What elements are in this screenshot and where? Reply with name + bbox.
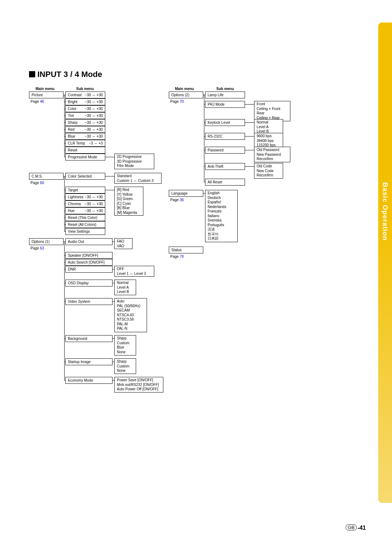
main-options1: Options (1): [29, 238, 64, 245]
sub-autosearch: Auto Search [ON/OFF]: [65, 259, 113, 266]
page-link-63[interactable]: 63: [40, 246, 44, 250]
video-opts: AutoPAL (50/60Hz)SECAM NTSC4.43NTSC3.58P…: [114, 298, 147, 332]
page-ref-options1: Page 63: [30, 246, 44, 251]
header-main-left: Main menu: [36, 86, 54, 91]
page-link-70[interactable]: 70: [180, 99, 184, 103]
sub-color: Color −30 ↔ +30: [65, 105, 105, 112]
side-tab-label: Basic Operation: [381, 182, 389, 241]
sub-chroma: Chroma −30 ↔ +30: [65, 200, 105, 207]
header-sub-left: Sub menu: [76, 86, 94, 91]
keylock-opts: NormalLevel ALevel B: [254, 119, 283, 135]
header-sub-right: Sub menu: [216, 86, 234, 91]
sub-rs232: RS-232C: [205, 133, 245, 140]
osd-opts: NormalLevel ALevel B: [114, 280, 136, 295]
heading-text: INPUT 3 / 4 Mode: [37, 70, 102, 79]
progressive-opts: 2D Progressive3D ProgressiveFilm Mode: [114, 154, 154, 169]
main-language: Language: [169, 190, 203, 197]
color-selected-opts: StandardCustom 1 ↔ Custom 3: [114, 173, 162, 184]
page-ref-picture: Page 46: [30, 99, 44, 104]
sub-background: Background: [65, 335, 113, 342]
sub-blue: Blue −30 ↔ +30: [65, 133, 105, 140]
economy-opts: Power Save [ON/OFF]Mntr.out/RS232 [ON/OF…: [114, 377, 163, 393]
page-link-60[interactable]: 60: [40, 181, 44, 185]
rs232-opts: 9600 bps38400 bps115200 bps: [254, 133, 283, 149]
sub-progressive: Progressive Mode: [65, 154, 105, 160]
main-picture: Picture: [29, 92, 64, 98]
sub-reset-all: Reset (All Colors): [65, 221, 105, 228]
bg-opts: SharpCustomBlueNone: [114, 335, 136, 355]
page-ref-status: Page 78: [170, 254, 184, 259]
target-opts: [R] Red[Y] Yellow[G] Green [C] Cyan[B] B…: [114, 187, 143, 216]
page-number: -41: [358, 525, 366, 531]
sub-view: View Settings: [65, 228, 105, 235]
page-ref-options2: Page 70: [170, 99, 184, 104]
antitheft-opts: Old CodeNew CodeReconfirm: [254, 163, 283, 179]
password-opts: Old PasswordNew PasswordReconfirm: [254, 147, 290, 162]
sub-color-selected: Color Selected: [65, 173, 105, 180]
prj-opts: FrontCeiling + FrontRearCeiling + Rear: [254, 101, 290, 121]
sub-password: Password: [205, 147, 245, 154]
sub-lamp: Lamp Life: [205, 92, 245, 98]
sub-contrast: Contrast −30 ↔ +30: [65, 92, 105, 98]
sub-clrtemp: CLR Temp −3 ↔ +3: [65, 140, 105, 147]
sub-videosystem: Video System: [65, 298, 113, 305]
region-badge: GB: [346, 524, 357, 530]
section-heading: INPUT 3 / 4 Mode: [29, 70, 102, 79]
sub-prj: PRJ Mode: [205, 101, 245, 108]
page-ref-cms: Page 60: [30, 180, 44, 185]
sub-bright: Bright −30 ↔ +30: [65, 98, 105, 105]
sub-antitheft: Anti-Theft: [205, 163, 245, 170]
audio-out-opts: FAOVAO: [114, 238, 132, 249]
sub-audio-out: Audio Out: [65, 238, 113, 245]
page-footer: GB-41: [346, 525, 366, 531]
sub-lightness: Lightness −30 ↔ +30: [65, 194, 105, 200]
sub-target: Target: [65, 187, 105, 194]
page-ref-language: Page 36: [170, 198, 184, 202]
sub-speaker: Speaker [ON/OFF]: [65, 252, 113, 259]
startup-opts: SharpCustomNone: [114, 358, 136, 374]
sub-tint: Tint −30 ↔ +30: [65, 112, 105, 119]
heading-bullet-icon: [29, 71, 35, 77]
sub-economy: Economy Mode: [65, 377, 113, 384]
sub-reset-this: Reset (This Color): [65, 214, 105, 221]
page-link-78[interactable]: 78: [180, 255, 184, 259]
dnr-opts: OFFLevel 1 ↔ Level 3: [114, 266, 154, 277]
sub-allreset: All Reset: [205, 179, 245, 186]
sub-startup: Startup Image: [65, 358, 113, 365]
sub-hue: Hue −30 ↔ +30: [65, 207, 105, 214]
side-tab: Basic Operation: [378, 23, 392, 503]
main-cms: C.M.S.: [29, 173, 64, 180]
sub-red: Red −30 ↔ +30: [65, 126, 105, 133]
header-main-right: Main menu: [175, 86, 194, 91]
sub-keylock: Keylock Level: [205, 119, 245, 126]
language-opts: EnglishDeutschEspañol NederlandsFrançais…: [205, 190, 238, 242]
main-options2: Options (2): [169, 92, 203, 98]
main-status: Status: [169, 247, 203, 253]
page-link-36[interactable]: 36: [180, 198, 184, 202]
sub-osd: OSD Display: [65, 280, 113, 286]
sub-sharp: Sharp −30 ↔ +30: [65, 119, 105, 126]
sub-reset: Reset: [65, 147, 105, 154]
sub-dnr: DNR: [65, 266, 113, 273]
page-link-46[interactable]: 46: [40, 99, 44, 103]
